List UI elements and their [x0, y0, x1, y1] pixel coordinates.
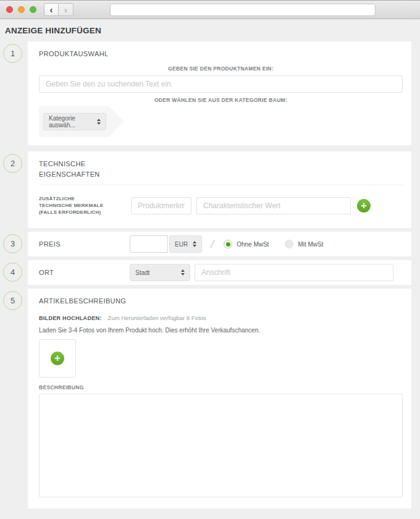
product-name-label: GEBEN SIE DEN PRODUKTNAMEN EIN: — [39, 65, 403, 72]
city-select-value: Stadt — [135, 269, 149, 276]
step-number-3: 3 — [3, 234, 22, 253]
upload-info[interactable]: Zum Herunterladen verfügbar 8 Fotos — [108, 314, 206, 321]
maximize-window-icon[interactable] — [30, 6, 36, 13]
card-preis: PREIS EUR / Ohne MwSt Mit MwSt — [28, 232, 411, 256]
page-title: ANZEIGE HINZUFÜGEN — [5, 26, 415, 35]
product-search-input[interactable] — [39, 75, 403, 93]
section-preis: 3 PREIS EUR / Ohne MwSt Mit MwSt — [0, 232, 420, 256]
back-chevron-icon: ‹ — [50, 5, 53, 14]
upload-hint: Laden Sie 3-4 Fotos von Ihrem Produkt ho… — [39, 327, 403, 334]
category-arrow-shape: Kategorie auswäh... — [39, 106, 124, 137]
url-input[interactable] — [110, 4, 376, 16]
radio-label: Ohne MwSt — [237, 241, 269, 248]
description-label: BESCHREIBUNG — [39, 384, 403, 390]
step-number-5: 5 — [3, 291, 22, 310]
extra-features-row: ZUSÄTZLICHE TECHNISCHE MERKMALE (FALLS E… — [39, 195, 403, 216]
upload-label: BILDER HOCHLADEN: — [39, 315, 102, 321]
select-arrows-icon — [181, 269, 185, 276]
radio-unselected-icon[interactable] — [285, 240, 293, 248]
forward-chevron-icon: › — [64, 5, 67, 14]
section-title: ARTIKELBESCHREIBUNG — [39, 296, 403, 306]
plus-icon: + — [361, 200, 366, 212]
section-title-line1: TECHNISCHE — [39, 159, 403, 169]
nav-buttons: ‹ › — [44, 3, 74, 16]
select-arrows-icon — [97, 119, 101, 125]
forward-button[interactable]: › — [59, 3, 74, 16]
divider — [39, 185, 403, 185]
step-number-1: 1 — [3, 44, 22, 63]
section-technische-eigenschaften: 2 TECHNISCHE EIGENSCHAFTEN ZUSÄTZLICHE T… — [0, 151, 420, 228]
card-produktauswahl: PRODUKTAUSWAHL GEBEN SIE DEN PRODUKTNAME… — [28, 41, 411, 145]
price-input[interactable] — [130, 235, 168, 253]
close-window-icon[interactable] — [6, 6, 13, 13]
currency-select[interactable]: EUR — [169, 235, 202, 253]
upload-row: BILDER HOCHLADEN: Zum Herunterladen verf… — [39, 314, 403, 321]
radio-selected-icon[interactable] — [224, 240, 232, 248]
category-tree-label: ODER WÄHLEN SIE AUS DER KATEGORIE BAUM: — [39, 97, 403, 103]
card-ort: ORT Stadt — [28, 260, 411, 285]
plus-icon: + — [54, 352, 60, 365]
card-technische-eigenschaften: TECHNISCHE EIGENSCHAFTEN ZUSÄTZLICHE TEC… — [28, 151, 411, 228]
description-textarea[interactable] — [39, 394, 403, 497]
card-artikelbeschreibung: ARTIKELBESCHREIBUNG BILDER HOCHLADEN: Zu… — [28, 289, 411, 508]
section-ort: 4 ORT Stadt — [0, 260, 420, 285]
currency-select-value: EUR — [175, 241, 188, 248]
category-select-value: Kategorie auswäh... — [49, 115, 92, 129]
form-main: 1 PRODUKTAUSWAHL GEBEN SIE DEN PRODUKTNA… — [0, 41, 420, 519]
section-title: PRODUKTAUSWAHL — [39, 49, 403, 59]
step-number-2: 2 — [3, 154, 22, 173]
feature-name-input[interactable] — [131, 197, 191, 214]
address-input[interactable] — [195, 264, 393, 281]
window-controls — [6, 6, 36, 13]
page-header: ANZEIGE HINZUFÜGEN — [0, 19, 420, 41]
section-produktauswahl: 1 PRODUKTAUSWAHL GEBEN SIE DEN PRODUKTNA… — [0, 41, 420, 145]
add-feature-button[interactable]: + — [357, 199, 371, 213]
section-title: PREIS — [39, 239, 130, 250]
city-select[interactable]: Stadt — [130, 264, 190, 281]
minimize-window-icon[interactable] — [18, 6, 25, 13]
section-title-line2: EIGENSCHAFTEN — [39, 169, 403, 180]
radio-ohne-mwst[interactable]: Ohne MwSt — [224, 240, 269, 248]
radio-label: Mit MwSt — [298, 241, 323, 248]
feature-value-input[interactable] — [196, 197, 351, 214]
section-artikelbeschreibung: 5 ARTIKELBESCHREIBUNG BILDER HOCHLADEN: … — [0, 289, 420, 508]
back-button[interactable]: ‹ — [44, 3, 59, 16]
radio-mit-mwst[interactable]: Mit MwSt — [285, 240, 323, 248]
category-select[interactable]: Kategorie auswäh... — [43, 113, 106, 130]
select-arrows-icon — [193, 241, 196, 247]
browser-chrome: ‹ › — [0, 0, 420, 19]
section-title: ORT — [39, 268, 130, 278]
photo-upload-button[interactable]: + — [39, 339, 76, 378]
per-divider: / — [211, 238, 214, 251]
step-number-4: 4 — [3, 263, 22, 282]
add-photo-button[interactable]: + — [51, 352, 64, 365]
extra-features-label: ZUSÄTZLICHE TECHNISCHE MERKMALE (FALLS E… — [39, 195, 131, 216]
